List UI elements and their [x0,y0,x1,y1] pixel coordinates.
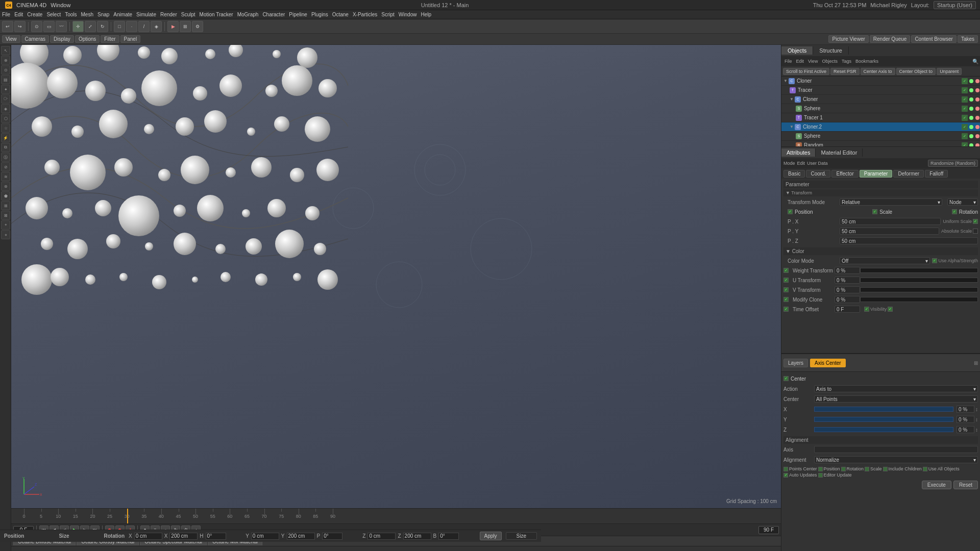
u-transform-checkbox[interactable]: ✓ [783,278,789,283]
scroll-first-active-btn[interactable]: Scroll to First Active [783,68,829,75]
x-pos-value[interactable]: 0 cm [134,533,162,540]
tool-18[interactable]: ⊠ [1,211,10,220]
reset-psr-btn[interactable]: Reset PSR [830,68,860,75]
scale-checkbox[interactable]: ✓ [872,209,877,214]
points-center-cb[interactable] [783,467,788,471]
tool-6[interactable]: ⧃ [1,94,10,104]
lasso-selection-button[interactable]: 〰 [56,21,67,32]
render-settings-button[interactable]: ⚙ [192,21,203,32]
transform-section[interactable]: ▼ Transform [783,189,978,196]
tool-14[interactable]: ≋ [1,172,10,181]
tool-15[interactable]: ⊛ [1,182,10,191]
h-rot-value[interactable]: 0° [206,533,226,540]
move-tool-button[interactable]: ✛ [72,21,84,32]
menu-sculpt[interactable]: Sculpt [181,12,195,17]
x-arrow[interactable]: ↕ [975,407,978,412]
tool-13[interactable]: ⊘ [1,162,10,171]
options-btn[interactable]: Options [75,35,100,43]
rotation-checkbox[interactable]: ✓ [952,209,957,214]
v-transform-num[interactable]: 0 % [835,286,860,293]
rotation-cb[interactable] [841,467,846,471]
tool-4[interactable]: ▤ [1,75,10,84]
apply-button[interactable]: Apply [480,532,502,540]
x-size-value[interactable]: 200 cm [169,533,198,540]
render-queue-btn[interactable]: Render Queue [870,35,911,43]
tool-5[interactable]: ✦ [1,85,10,94]
y-arrow[interactable]: ↕ [975,417,978,422]
py-value[interactable]: 50 cm [840,228,939,235]
axis-center-tab[interactable]: Axis Center [810,359,846,367]
polys-mode-button[interactable]: ◈ [151,21,162,32]
use-alpha-checkbox[interactable]: ✓ [932,258,937,263]
om-item-cloner[interactable]: ▼ C Cloner ✓ [781,77,980,86]
picture-viewer-btn[interactable]: Picture Viewer [828,35,868,43]
om-item-tracer[interactable]: T Tracer ✓ [781,86,980,95]
menu-file[interactable]: File [2,12,10,17]
om-item-sphere2[interactable]: S Sphere ✓ [781,132,980,141]
position-checkbox[interactable]: ✓ [788,209,793,214]
om-view[interactable]: View [806,59,819,64]
menu-window[interactable]: Window [399,12,417,17]
attr-tab-attributes[interactable]: Attributes [781,148,816,157]
menu-octane[interactable]: Octane [332,12,349,17]
tool-1[interactable]: ↖ [1,46,10,55]
om-file[interactable]: File [783,59,794,64]
z-pos-value[interactable]: 0 cm [368,533,396,540]
uniform-scale-checkbox[interactable]: ✓ [973,219,978,224]
menu-edit[interactable]: Edit [14,12,23,17]
tool-7[interactable]: ◈ [1,104,10,113]
redo-button[interactable]: ↪ [14,21,26,32]
modify-clone-checkbox[interactable]: ✓ [783,297,789,302]
tool-17[interactable]: ⊞ [1,201,10,210]
menu-select[interactable]: Select [46,12,61,17]
menu-xparticles[interactable]: X-Particles [353,12,377,17]
om-tab-objects[interactable]: Objects [781,46,813,55]
menu-simulate[interactable]: Simulate [136,12,156,17]
tool-11[interactable]: ⧉ [1,143,10,152]
points-mode-button[interactable]: · [126,21,137,32]
attr-subtab-coord[interactable]: Coord. [806,170,830,178]
om-tags[interactable]: Tags [840,59,853,64]
alignment-dropdown[interactable]: Normalize▾ [814,456,978,463]
attr-tab-material[interactable]: Material Editor [816,148,863,157]
weight-transform-checkbox[interactable]: ✓ [783,268,789,273]
tool-16[interactable]: ⬟ [1,191,10,201]
color-mode-dropdown[interactable]: Off▾ [840,257,930,264]
z-arrow[interactable]: ↕ [975,427,978,433]
om-tab-structure[interactable]: Structure [813,46,849,55]
b-rot-value[interactable]: 0° [438,533,459,540]
menu-mesh[interactable]: Mesh [81,12,93,17]
menu-snap[interactable]: Snap [97,12,109,17]
size-dropdown-coord[interactable]: Size [506,532,537,540]
execute-button[interactable]: Execute [922,481,951,489]
tool-2[interactable]: ⊕ [1,56,10,65]
menu-render[interactable]: Render [160,12,177,17]
menu-mograph[interactable]: MoGraph [237,12,259,17]
end-frame-input[interactable] [758,526,779,534]
scale-cb[interactable] [865,467,869,471]
tool-10[interactable]: ⚡ [1,133,10,142]
pz-value[interactable]: 50 cm [840,237,978,244]
px-value[interactable]: 50 cm [840,218,941,225]
cameras-btn[interactable]: Cameras [21,35,50,43]
position-cb[interactable] [818,467,823,471]
visibility-checkbox[interactable]: ✓ [864,307,869,312]
live-selection-button[interactable]: ⊙ [31,21,42,32]
u-transform-num[interactable]: 0 % [835,277,860,284]
om-item-cloner3[interactable]: ▼ C Cloner.2 ✓ [781,122,980,132]
timeline[interactable]: 051015202530354045505560657075808590 [11,508,781,523]
attr-subtab-parameter[interactable]: Parameter [860,170,893,178]
attr-randomize-btn[interactable]: Randomize (Random) [928,160,978,167]
object-mode-button[interactable]: □ [114,21,125,32]
filter-btn[interactable]: Filter [101,35,119,43]
menu-character[interactable]: Character [262,12,285,17]
z-percent[interactable]: 0 % [957,426,974,433]
include-children-cb[interactable] [883,467,888,471]
om-item-random[interactable]: R Random ✓ [781,141,980,146]
transform-mode-dropdown[interactable]: Relative▾ [840,198,942,206]
rectangle-selection-button[interactable]: ▭ [43,21,55,32]
tool-8[interactable]: ⬡ [1,114,10,123]
alignment-section[interactable]: Alignment [783,436,978,444]
v-transform-checkbox[interactable]: ✓ [783,287,789,292]
attr-user-data[interactable]: User Data [807,161,828,166]
